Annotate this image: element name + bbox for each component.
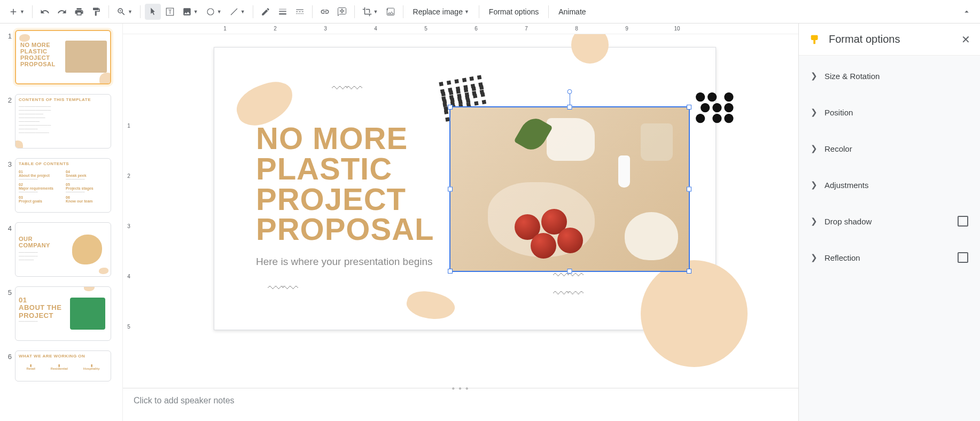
new-slide-button[interactable]: ▼ (5, 4, 28, 20)
chevron-right-icon: ❯ (811, 107, 825, 117)
slide-canvas[interactable]: 〰〰〰〰〰〰〰〰 ⠿⠿⠿⠿⠿⠿⠿⠿ ●● ● ●●●● ●● NO MORE P… (214, 47, 716, 330)
rotate-handle[interactable] (567, 89, 572, 94)
size-rotation-row[interactable]: ❯ Size & Rotation (799, 58, 980, 94)
format-options-button[interactable]: Format options (484, 4, 544, 20)
close-panel-button[interactable]: ✕ (961, 33, 970, 46)
svg-rect-7 (296, 9, 304, 10)
chevron-right-icon: ❯ (811, 180, 825, 190)
redo-button[interactable] (54, 4, 70, 20)
svg-rect-5 (279, 11, 286, 12)
thumb-number: 3 (2, 158, 15, 213)
svg-rect-4 (279, 9, 286, 9)
selected-image[interactable] (449, 106, 690, 272)
select-tool-button[interactable] (145, 4, 161, 20)
resize-handle[interactable] (448, 105, 453, 110)
resize-handle[interactable] (687, 187, 691, 192)
slide-thumbnail-2[interactable]: CONTENTS OF THIS TEMPLATE ──────────────… (15, 94, 111, 149)
slide-thumbnails-panel: 1 NO MORE PLASTIC PROJECT PROPOSAL 2 CON… (0, 24, 123, 421)
recolor-row[interactable]: ❯ Recolor (799, 130, 980, 167)
resize-handle[interactable] (448, 187, 453, 192)
reset-image-button[interactable] (383, 4, 399, 20)
collapse-toolbar-button[interactable] (959, 4, 975, 20)
thumb-number: 1 (2, 30, 15, 84)
thumb-number: 4 (2, 222, 15, 277)
slide-title[interactable]: NO MORE PLASTIC PROJECT PROPOSAL (256, 123, 434, 245)
undo-button[interactable] (37, 4, 53, 20)
resize-handle[interactable] (687, 105, 691, 110)
speaker-notes[interactable]: ● ● ● Click to add speaker notes (123, 388, 798, 421)
text-box-button[interactable]: T (162, 4, 178, 20)
slide-subtitle[interactable]: Here is where your presentation begins (256, 256, 433, 268)
paint-format-button[interactable] (88, 4, 104, 20)
insert-comment-button[interactable] (334, 4, 350, 20)
svg-rect-9 (299, 11, 300, 12)
zoom-button[interactable]: ▼ (113, 4, 136, 20)
chevron-right-icon: ❯ (811, 216, 825, 226)
insert-image-button[interactable]: ▼ (179, 4, 201, 20)
format-panel-title: Format options (829, 33, 961, 45)
svg-rect-6 (279, 13, 286, 14)
thumb-number: 6 (2, 350, 15, 381)
notes-resize-grip[interactable]: ● ● ● (452, 385, 470, 391)
main-toolbar: ▼ ▼ T ▼ ▼ ▼ ▼ Replace image▼ Format opti… (0, 0, 980, 24)
insert-link-button[interactable] (317, 4, 333, 20)
position-row[interactable]: ❯ Position (799, 94, 980, 130)
crop-button[interactable]: ▼ (359, 4, 382, 20)
svg-text:T: T (168, 8, 172, 14)
chevron-right-icon: ❯ (811, 71, 825, 81)
thumb-number: 2 (2, 94, 15, 149)
resize-handle[interactable] (567, 105, 572, 110)
adjustments-row[interactable]: ❯ Adjustments (799, 167, 980, 203)
animate-button[interactable]: Animate (553, 4, 591, 20)
slide-thumbnail-3[interactable]: TABLE OF CONTENTS 01About the project ──… (15, 158, 111, 213)
thumb-number: 5 (2, 286, 15, 341)
svg-rect-15 (302, 13, 304, 14)
svg-rect-13 (299, 13, 300, 14)
svg-rect-8 (296, 11, 298, 12)
slide-thumbnail-5[interactable]: 01 ABOUT THE PROJECT ────────── (15, 286, 111, 341)
border-weight-button[interactable] (275, 4, 291, 20)
drop-shadow-checkbox[interactable] (958, 216, 968, 227)
reflection-row[interactable]: ❯ Reflection (799, 239, 980, 276)
svg-rect-11 (296, 13, 297, 14)
chevron-right-icon: ❯ (811, 253, 825, 262)
slide-thumbnail-6[interactable]: WHAT WE ARE WORKING ON ▮Retail ▮Resident… (15, 350, 111, 381)
resize-handle[interactable] (448, 269, 453, 274)
shape-button[interactable]: ▼ (203, 4, 225, 20)
svg-line-3 (231, 9, 237, 15)
replace-image-button[interactable]: Replace image▼ (408, 4, 475, 20)
reflection-checkbox[interactable] (958, 252, 968, 263)
slide-thumbnail-4[interactable]: OUR COMPANY ──────────────────────────── (15, 222, 111, 277)
canvas-area: 12345678910 12345 〰〰〰〰〰〰〰〰 ⠿⠿⠿⠿⠿⠿⠿⠿ ●● ●… (123, 24, 798, 421)
chevron-right-icon: ❯ (811, 144, 825, 153)
svg-rect-12 (298, 13, 299, 14)
format-options-panel: Format options ✕ ❯ Size & Rotation ❯ Pos… (798, 24, 980, 421)
svg-rect-16 (811, 35, 818, 40)
border-dash-button[interactable] (292, 4, 308, 20)
resize-handle[interactable] (567, 269, 572, 274)
drop-shadow-row[interactable]: ❯ Drop shadow (799, 203, 980, 239)
vertical-ruler: 12345 (123, 34, 135, 421)
slide-thumbnail-1[interactable]: NO MORE PLASTIC PROJECT PROPOSAL (15, 30, 111, 84)
svg-rect-14 (301, 13, 302, 14)
svg-rect-17 (813, 40, 815, 43)
svg-point-2 (207, 9, 214, 15)
print-button[interactable] (71, 4, 87, 20)
format-options-icon (808, 33, 821, 46)
border-color-button[interactable] (258, 4, 274, 20)
svg-rect-10 (301, 11, 303, 12)
resize-handle[interactable] (687, 269, 691, 274)
horizontal-ruler: 12345678910 (123, 24, 798, 34)
line-button[interactable]: ▼ (226, 4, 248, 20)
